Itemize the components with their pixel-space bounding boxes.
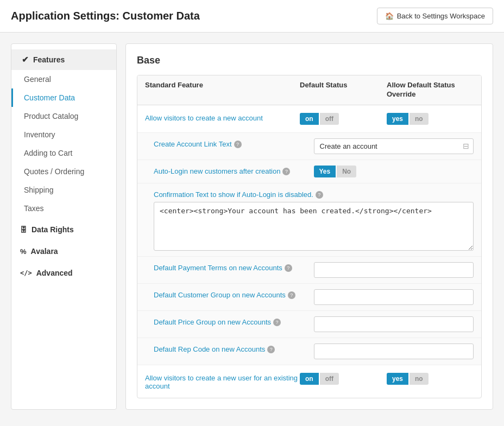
sub-row-price-group: Default Price Group on new Accounts ? [137,311,481,338]
col-status: Default Status [300,81,387,99]
on-off-toggle: on off [300,113,387,125]
sub-row-create-account-link: Create Account Link Text ? ⊟ [137,133,481,160]
help-icon[interactable]: ? [273,319,281,326]
data-rights-icon: 🗄 [20,226,27,234]
sidebar-item-taxes[interactable]: Taxes [11,199,116,218]
toggle-off-button[interactable]: off [320,113,339,125]
toggle-off-button[interactable]: off [320,373,339,385]
sidebar-item-customer-data[interactable]: Customer Data [11,88,116,107]
yes-no-toggle: yes no [387,113,474,125]
features-icon: ✔ [22,55,29,65]
feature-label: Allow visitors to create a new user for … [145,373,300,390]
table-row: Allow visitors to create a new account o… [137,105,481,133]
main-content: Base Standard Feature Default Status All… [125,43,493,410]
sidebar-section-features: ✔ Features [11,49,116,70]
yes-no-toggle: Yes No [314,166,474,177]
feature-table: Standard Feature Default Status Allow De… [137,75,482,398]
sidebar-item-inventory[interactable]: Inventory [11,125,116,144]
confirmation-label-wrap: Confirmation Text to show if Auto-Login … [154,189,474,251]
sub-row-rep-code: Default Rep Code on new Accounts ? [137,338,481,365]
sidebar-item-quotes[interactable]: Quotes / Ordering [11,162,116,181]
help-icon[interactable]: ? [288,291,295,299]
sidebar-item-shipping[interactable]: Shipping [11,181,116,199]
toggle-on-button[interactable]: on [300,373,319,385]
help-icon[interactable]: ? [234,141,242,148]
yes-no-toggle: yes no [387,373,474,385]
sidebar-item-product-catalog[interactable]: Product Catalog [11,107,116,125]
back-to-settings-button[interactable]: 🏠 Back to Settings Workspace [377,8,493,24]
on-off-toggle: on off [300,373,387,385]
page-header: Application Settings: Customer Data 🏠 Ba… [0,0,504,33]
sidebar: ✔ Features General Customer Data Product… [11,43,117,410]
table-header: Standard Feature Default Status Allow De… [137,75,481,105]
sub-feature-label: Auto-Login new customers after creation … [154,166,314,175]
sub-row-auto-login: Auto-Login new customers after creation … [137,160,481,183]
toggle-no-button[interactable]: No [337,166,356,177]
override-toggle: yes no [387,113,474,125]
col-override: Allow Default Status Override [387,81,474,99]
status-toggle: on off [300,373,387,385]
create-account-input-wrap: ⊟ [314,138,474,154]
sidebar-section-advanced[interactable]: </> Advanced [11,263,116,283]
toggle-on-button[interactable]: on [300,113,319,125]
help-icon[interactable]: ? [285,264,292,272]
rep-code-input[interactable] [314,344,474,359]
customer-group-input[interactable] [314,289,474,305]
help-icon[interactable]: ? [267,346,275,353]
sidebar-section-data-rights[interactable]: 🗄 Data Rights [11,220,116,239]
sidebar-item-adding-to-cart[interactable]: Adding to Cart [11,144,116,162]
page-title: Application Settings: Customer Data [11,10,200,22]
sub-row-payment-terms: Default Payment Terms on new Accounts ? [137,257,481,284]
sub-feature-label: Default Payment Terms on new Accounts ? [154,262,314,272]
avalara-icon: % [20,247,27,256]
status-toggle: on off [300,113,387,125]
override-toggle: yes no [387,373,474,385]
input-icon: ⊟ [463,142,469,150]
sidebar-item-general[interactable]: General [11,70,116,88]
toggle-no-button[interactable]: no [410,373,429,385]
toggle-yes-button[interactable]: Yes [314,166,336,177]
input-wrap [314,262,474,278]
input-wrap [314,344,474,359]
home-icon: 🏠 [385,12,394,20]
feature-label: Allow visitors to create a new account [145,113,300,122]
advanced-icon: </> [20,269,32,277]
content-wrap: ✔ Features General Customer Data Product… [11,43,493,410]
payment-terms-input[interactable] [314,262,474,278]
toggle-yes-button[interactable]: yes [387,113,408,125]
input-wrap [314,316,474,332]
sidebar-section-avalara[interactable]: % Avalara [11,241,116,261]
sub-row-confirmation-text: Confirmation Text to show if Auto-Login … [137,183,481,257]
sub-feature-label: Default Rep Code on new Accounts ? [154,344,314,353]
confirmation-text-textarea[interactable]: <center><strong>Your account has been cr… [154,202,474,251]
help-icon[interactable]: ? [316,191,323,199]
toggle-yes-button[interactable]: yes [387,373,408,385]
create-account-link-input[interactable] [314,138,474,154]
input-wrap: ⊟ [314,138,474,154]
sub-feature-label: Confirmation Text to show if Auto-Login … [154,189,474,199]
auto-login-toggle: Yes No [314,166,474,177]
section-title: Base [137,55,482,66]
toggle-no-button[interactable]: no [410,113,429,125]
col-feature: Standard Feature [145,81,300,99]
sub-feature-label: Create Account Link Text ? [154,138,314,148]
help-icon[interactable]: ? [282,168,290,175]
table-row-existing-account: Allow visitors to create a new user for … [137,365,481,398]
sub-row-customer-group: Default Customer Group on new Accounts ? [137,284,481,311]
sub-feature-label: Default Customer Group on new Accounts ? [154,289,314,299]
price-group-input[interactable] [314,316,474,332]
input-wrap [314,289,474,305]
sub-feature-label: Default Price Group on new Accounts ? [154,316,314,326]
